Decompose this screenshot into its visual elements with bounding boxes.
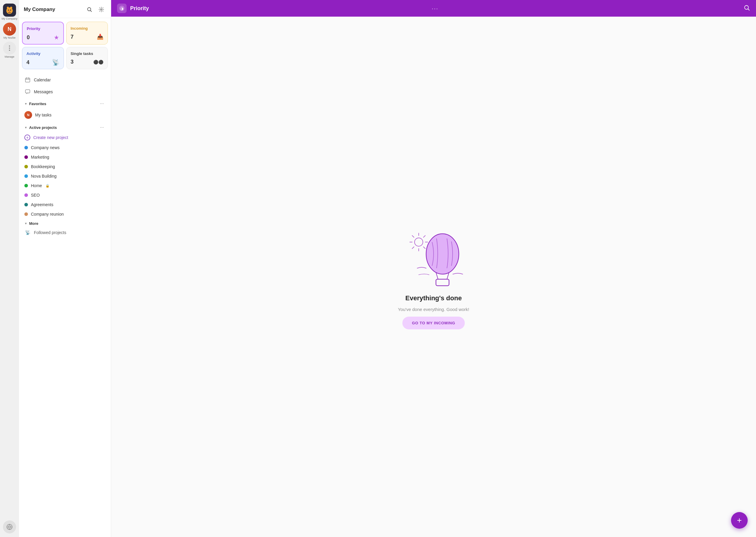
- messages-label: Messages: [34, 89, 53, 94]
- topbar-ellipsis-button[interactable]: ···: [432, 5, 439, 12]
- project-label-company-reunion: Company reunion: [31, 212, 64, 217]
- project-bookkeeping[interactable]: Bookkeeping: [22, 162, 108, 171]
- svg-text:◑: ◑: [120, 7, 123, 11]
- app-logo[interactable]: [3, 4, 16, 17]
- my-tasks-avatar: N: [24, 111, 32, 119]
- balloon-illustration: [401, 224, 466, 290]
- rail-user-label: My Nozbe: [4, 36, 16, 39]
- fav-my-tasks[interactable]: N My tasks: [22, 108, 108, 121]
- tile-activity-label: Activity: [26, 51, 60, 56]
- svg-point-9: [101, 9, 102, 10]
- project-nova-building[interactable]: Nova Building: [22, 171, 108, 181]
- tile-activity-icon: 📡: [52, 59, 60, 66]
- tile-activity[interactable]: Activity 4 📡: [22, 47, 64, 69]
- rail-app-item[interactable]: My Company: [1, 4, 17, 20]
- active-projects-chevron: ▼: [24, 126, 27, 129]
- go-to-incoming-button[interactable]: GO TO MY INCOMING: [402, 317, 465, 329]
- project-label-home: Home: [31, 183, 42, 188]
- sidebar-scroll-wrapper: Priority 0 ★ Incoming 7 📥 Activity 4 📡: [19, 18, 111, 537]
- settings-button[interactable]: [97, 5, 106, 14]
- more-chevron: ▼: [24, 222, 27, 225]
- search-button[interactable]: [85, 5, 94, 14]
- svg-point-8: [88, 8, 91, 11]
- project-marketing[interactable]: Marketing: [22, 152, 108, 162]
- tile-priority-count: 0: [27, 34, 30, 41]
- tiles-grid: Priority 0 ★ Incoming 7 📥 Activity 4 📡: [22, 22, 108, 69]
- project-home[interactable]: Home 🔒: [22, 181, 108, 190]
- tile-single-tasks[interactable]: Single tasks 3 ⚫⚫: [66, 47, 108, 69]
- sidebar-scroll: Priority 0 ★ Incoming 7 📥 Activity 4 📡: [19, 18, 111, 537]
- favorites-section-header[interactable]: ▼ Favorites ···: [22, 98, 108, 108]
- tile-single-count: 3: [71, 59, 74, 65]
- project-dot-bookkeeping: [24, 165, 28, 168]
- svg-rect-10: [25, 78, 30, 82]
- icon-rail: My Company N My Nozbe Manage: [0, 0, 19, 537]
- main-content: ◑ Priority ···: [111, 0, 756, 537]
- project-dot-home: [24, 184, 28, 187]
- svg-line-23: [412, 247, 414, 249]
- sidebar-header-icons: [85, 5, 106, 14]
- project-dot-seo: [24, 193, 28, 197]
- rail-app-label: My Company: [1, 17, 17, 20]
- create-project-icon: +: [24, 135, 30, 141]
- create-project-label: Create new project: [33, 135, 68, 140]
- tile-incoming[interactable]: Incoming 7 📥: [66, 22, 108, 45]
- tile-single-icon: ⚫⚫: [93, 60, 104, 64]
- topbar-app-icon: ◑: [117, 4, 127, 13]
- topbar-search-button[interactable]: [743, 4, 750, 12]
- favorites-chevron: ▼: [24, 102, 27, 105]
- rail-settings-item[interactable]: [3, 520, 16, 533]
- fab-plus-icon: +: [737, 516, 742, 525]
- tile-incoming-icon: 📥: [97, 34, 104, 40]
- svg-point-7: [7, 524, 12, 530]
- svg-point-15: [415, 238, 423, 246]
- project-agreements[interactable]: Agreements: [22, 200, 108, 209]
- svg-rect-11: [25, 90, 30, 93]
- favorites-title: Favorites: [29, 102, 46, 106]
- tile-priority[interactable]: Priority 0 ★: [22, 22, 64, 45]
- active-projects-section-header[interactable]: ▼ Active projects ···: [22, 121, 108, 132]
- project-dot-agreements: [24, 203, 28, 206]
- topbar: ◑ Priority ···: [111, 0, 756, 17]
- tile-incoming-count: 7: [71, 34, 74, 40]
- project-dot-marketing: [24, 155, 28, 159]
- favorites-more-button[interactable]: ···: [98, 100, 106, 107]
- world-icon[interactable]: [3, 520, 16, 533]
- project-label-seo: SEO: [31, 193, 40, 197]
- manage-button[interactable]: [3, 42, 16, 55]
- project-seo[interactable]: SEO: [22, 190, 108, 200]
- nav-messages[interactable]: Messages: [22, 86, 108, 98]
- project-label-company-news: Company news: [31, 145, 60, 150]
- svg-point-5: [10, 10, 11, 11]
- active-projects-more-button[interactable]: ···: [98, 124, 106, 131]
- fab-add-button[interactable]: +: [731, 512, 748, 529]
- project-company-news[interactable]: Company news: [22, 143, 108, 152]
- svg-line-22: [423, 235, 425, 237]
- active-projects-title: Active projects: [29, 125, 57, 130]
- rail-user-item[interactable]: N My Nozbe: [3, 22, 16, 39]
- project-dot-nova-building: [24, 174, 28, 178]
- rail-manage-item[interactable]: Manage: [3, 42, 16, 58]
- sidebar-title: My Company: [24, 7, 55, 13]
- more-section-header[interactable]: ▼ More: [22, 219, 108, 227]
- project-label-marketing: Marketing: [31, 155, 49, 159]
- tile-incoming-label: Incoming: [71, 26, 104, 31]
- messages-icon: [24, 89, 31, 95]
- project-dot-company-reunion: [24, 212, 28, 216]
- followed-projects-label: Followed projects: [34, 230, 66, 235]
- user-avatar[interactable]: N: [3, 22, 16, 36]
- svg-line-20: [412, 235, 414, 237]
- followed-projects-item[interactable]: 📡 Followed projects: [22, 227, 108, 238]
- tile-priority-icon: ★: [54, 34, 59, 41]
- rail-manage-label: Manage: [5, 55, 15, 58]
- nav-calendar[interactable]: Calendar: [22, 74, 108, 86]
- tile-activity-count: 4: [26, 60, 29, 66]
- sidebar-header: My Company: [19, 0, 111, 18]
- project-company-reunion[interactable]: Company reunion: [22, 209, 108, 219]
- three-dots-icon: [9, 45, 10, 51]
- svg-point-6: [9, 11, 10, 12]
- home-lock-icon: 🔒: [45, 184, 50, 188]
- create-new-project[interactable]: + Create new project: [22, 132, 108, 143]
- project-label-nova-building: Nova Building: [31, 174, 57, 179]
- svg-line-21: [423, 247, 425, 249]
